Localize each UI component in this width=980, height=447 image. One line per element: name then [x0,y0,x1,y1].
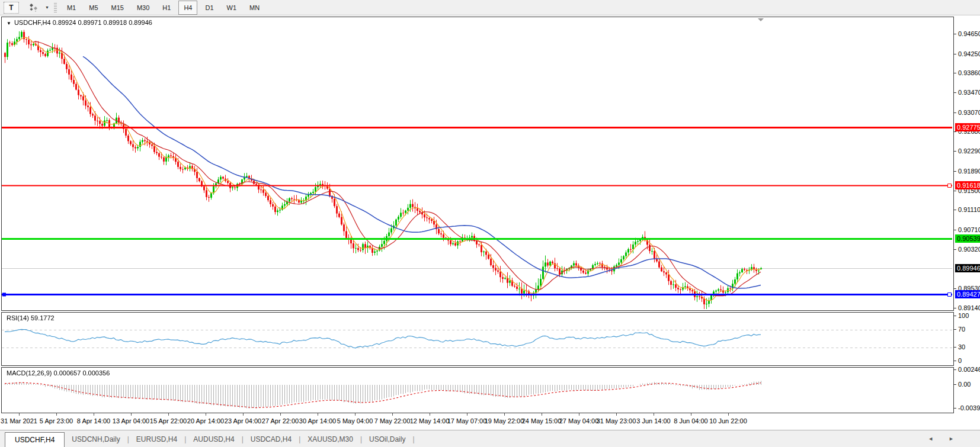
timeframe-button-h4[interactable]: H4 [178,1,197,15]
time-tick-label: 12 May 14:00 [410,417,450,425]
time-tick-label: 31 Mar 2021 [1,417,37,425]
time-tick [728,413,729,416]
time-tick-label: 5 May 04:00 [337,417,373,425]
rsi-canvas[interactable] [2,313,952,364]
timeframe-button-d1[interactable]: D1 [200,1,219,15]
time-tick [56,413,57,416]
time-tick [206,413,206,416]
time-tick [542,413,542,416]
arrows-diamond-icon[interactable] [24,2,43,13]
time-tick [19,413,20,416]
hline-price-badge: 0.91618 [955,181,980,189]
main-chart-panel[interactable]: ▼USDCHF,H4 0.89924 0.89971 0.89918 0.899… [1,17,954,311]
time-tick [616,413,617,416]
time-tick [392,413,393,416]
chart-title: ▼USDCHF,H4 0.89924 0.89971 0.89918 0.899… [7,19,152,26]
time-tick-label: 15 Apr 22:00 [150,417,187,425]
chart-tab-eurusd[interactable]: EURUSD,H4 [129,432,184,447]
hline-price-badge: 0.90539 [955,234,980,243]
tab-scroll-right-icon[interactable]: ► [949,436,969,442]
tab-scroll-left-icon[interactable]: ◄ [928,436,949,442]
chevron-down-icon[interactable]: ▼ [45,5,49,9]
timeframe-button-group: M1M5M15M30H1H4D1W1MN [60,1,266,15]
timeframe-button-m1[interactable]: M1 [62,1,81,15]
time-tick [430,413,430,416]
chart-tab-usdchf[interactable]: USDCHF,H4 [5,432,65,447]
time-tick-label: 13 Apr 04:00 [113,417,149,425]
rsi-indicator-panel[interactable]: RSI(14) 59.1772 [1,312,954,366]
hline-price-badge: 0.92775 [955,123,980,131]
time-tick [94,413,94,416]
chart-tab-bar: USDCHF,H4USDCNH,Daily|EURUSD,H4|AUDUSD,H… [0,430,980,447]
time-tick-label: 3 Jun 14:00 [636,417,671,425]
hline-price-badge: 0.89427 [955,290,980,298]
timeframe-button-h1[interactable]: H1 [157,1,176,15]
text-label-tool-button[interactable]: T [4,2,19,14]
timeframe-button-w1[interactable]: W1 [222,1,242,15]
tab-scroll-arrows: ◄► [928,436,969,442]
time-tick-label: 8 Apr 14:00 [77,417,110,425]
price-axis[interactable]: 0.946500.942500.938600.934700.930700.926… [954,17,980,413]
time-tick [131,413,132,416]
time-tick [355,413,356,416]
time-tick-label: 7 May 22:00 [374,417,411,425]
timeframe-button-m5[interactable]: M5 [84,1,103,15]
chart-title-text: USDCHF,H4 0.89924 0.89971 0.89918 0.8994… [14,19,152,26]
top-toolbar: T ▼ M1M5M15M30H1H4D1W1MN [0,0,980,15]
time-tick-label: 24 May 15:00 [522,417,562,425]
time-tick [654,413,654,416]
timeframe-button-m30[interactable]: M30 [132,1,155,15]
chart-tab-audusd[interactable]: AUDUSD,H4 [186,432,241,447]
price-chart-canvas[interactable] [2,17,952,309]
time-tick-label: 5 Apr 23:00 [40,417,73,425]
macd-indicator-panel[interactable]: MACD(12,26,9) 0.000657 0.000356 [1,367,954,413]
time-tick [691,413,691,416]
symbol-dropdown-icon[interactable]: ▼ [7,21,11,26]
timeframe-button-mn[interactable]: MN [244,1,265,15]
time-tick-label: 23 Apr 04:00 [225,417,261,425]
timeframe-button-m15[interactable]: M15 [106,1,129,15]
tab-separator: | [412,432,414,447]
time-tick [467,413,467,416]
time-tick-label: 8 Jun 04:00 [674,417,708,425]
time-tick-label: 27 May 04:00 [559,417,599,425]
chart-tab-usdcad[interactable]: USDCAD,H4 [244,432,299,447]
time-tick-label: 19 May 22:00 [485,417,524,425]
macd-canvas[interactable] [2,368,952,411]
time-tick-label: 17 May 07:00 [447,417,487,425]
time-tick-label: 10 Jun 22:00 [709,417,747,425]
time-tick [280,413,281,416]
time-tick-label: 20 Apr 14:00 [187,417,224,425]
time-tick [504,413,505,416]
chart-tab-usoil[interactable]: USOil,Daily [362,432,412,447]
chart-tab-xauusd[interactable]: XAUUSD,M30 [300,432,360,447]
time-tick [168,413,169,416]
time-axis[interactable]: 31 Mar 20215 Apr 23:008 Apr 14:0013 Apr … [1,413,954,429]
macd-label: MACD(12,26,9) 0.000657 0.000356 [7,369,110,377]
time-tick [318,413,318,416]
toolbar-grip-handle[interactable] [54,3,57,12]
time-tick-label: 30 Apr 14:00 [299,417,336,425]
time-tick-label: 31 May 23:00 [597,417,636,425]
time-tick [243,413,244,416]
chart-tab-usdcnh[interactable]: USDCNH,Daily [65,432,127,447]
time-tick [579,413,579,416]
time-tick-label: 27 Apr 22:00 [262,417,299,425]
rsi-label: RSI(14) 59.1772 [7,314,55,321]
last-price-badge: 0.89946 [955,264,980,272]
